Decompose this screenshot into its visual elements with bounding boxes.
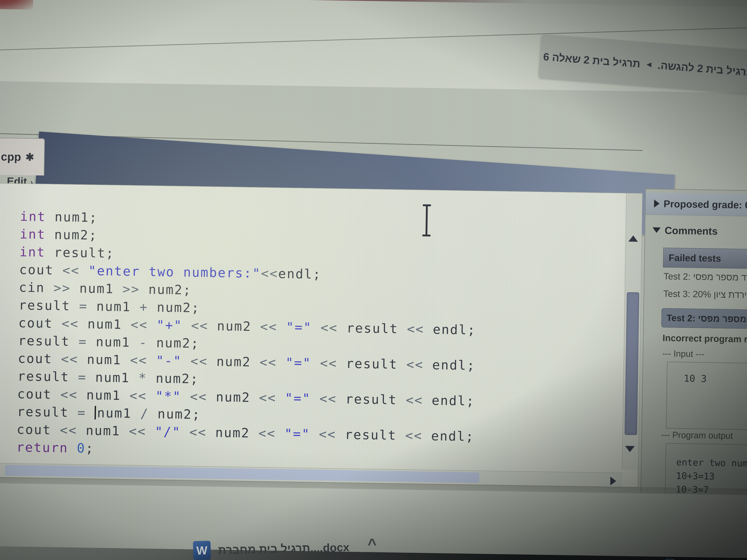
input-value: 10 3 [684, 372, 747, 386]
vertical-scrollbar[interactable] [622, 193, 642, 470]
caret-up-icon[interactable]: ^ [367, 535, 377, 553]
comments-header[interactable]: Comments [645, 220, 747, 242]
expand-arrow-icon [652, 228, 661, 233]
word-document-icon [665, 559, 674, 560]
scroll-down-icon[interactable] [625, 446, 635, 452]
input-box: 10 3 [666, 362, 747, 430]
program-output-label: --- Program output [661, 430, 733, 441]
proposed-grade-label: Proposed grade: 60 / [664, 198, 747, 211]
proposed-grade-header[interactable]: Proposed grade: 60 / [646, 192, 747, 217]
breadcrumb-trail[interactable]: תרגיל בית 2 להגשה. [657, 59, 747, 78]
input-label: --- Input --- [662, 348, 704, 359]
vertical-scroll-thumb[interactable] [624, 292, 639, 435]
download-file-name: תרגיל בית מחברת....docx [218, 541, 350, 557]
app-window: תרגיל בית 2 להגשה. ◄ תרגיל בית 2 שאלה 6 … [0, 0, 747, 560]
ibeam-mouse-cursor [422, 204, 431, 236]
breadcrumb-current: תרגיל בית 2 שאלה 6 [543, 50, 641, 70]
breadcrumb-arrow-icon: ◄ [645, 59, 653, 69]
output-line: 10+3=13 [676, 469, 747, 484]
scroll-up-icon[interactable] [628, 235, 638, 242]
test-item-3[interactable]: Test 3: 20% ירדת ציון [663, 288, 747, 300]
text-caret [95, 406, 96, 420]
scroll-right-icon[interactable] [610, 477, 616, 485]
photo-red-corner [0, 0, 33, 10]
selected-test-item[interactable]: Test 2: ירד מספר מפסי [661, 308, 747, 329]
file-tab-cpp[interactable]: cpp ✱ [0, 137, 45, 176]
word-file-icon: W [193, 541, 211, 560]
results-panel: Proposed grade: 60 / Comments Failed tes… [640, 189, 747, 513]
output-line: enter two numbe [676, 456, 747, 471]
collapse-arrow-icon [654, 199, 660, 208]
download-chip[interactable]: W תרגיל בית מחברת....docx ^ [193, 532, 377, 560]
code-block: int num1;int num2;int result;cout << "en… [16, 208, 478, 463]
incorrect-program-label: Incorrect program r [663, 332, 747, 345]
photographed-screen: תרגיל בית 2 להגשה. ◄ תרגיל בית 2 שאלה 6 … [0, 0, 747, 560]
test-item-2[interactable]: Test 2: ירד מספר מפסי [664, 271, 747, 283]
code-editor[interactable]: int num1;int num2;int result;cout << "en… [0, 183, 643, 488]
comments-label: Comments [665, 224, 718, 237]
file-tab-label: cpp [1, 150, 21, 163]
failed-tests-header: Failed tests [663, 248, 747, 269]
close-tab-icon[interactable]: ✱ [26, 151, 34, 163]
